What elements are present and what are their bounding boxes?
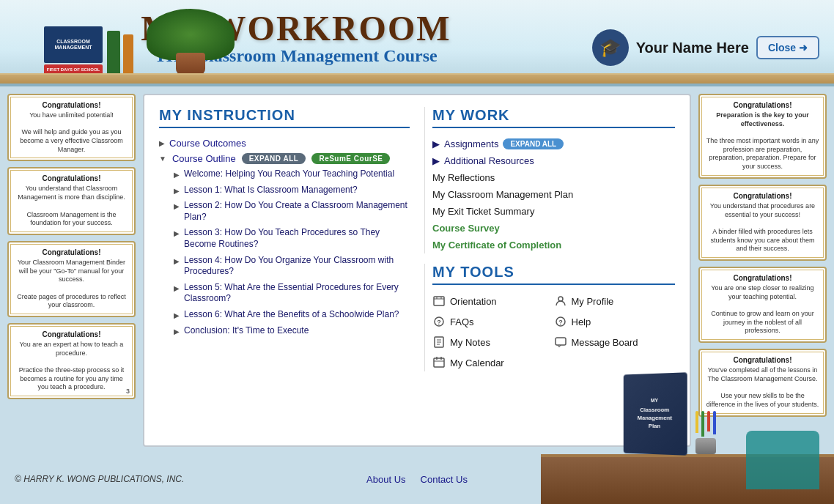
arrow-icon: ▶: [174, 229, 180, 238]
footer-links: About Us Contact Us: [366, 474, 468, 485]
chevron-icon: ▶: [432, 138, 440, 149]
course-outcomes-item[interactable]: ▶ Course Outcomes: [159, 136, 410, 151]
right-congrats-card-2: Congratulations! You understand that pro…: [698, 185, 827, 261]
right-congrats-card-4: Congratulations! You've completed all of…: [698, 349, 827, 416]
notes-icon: [432, 336, 446, 349]
main-content: Congratulations! You have unlimited pote…: [0, 86, 834, 454]
close-button[interactable]: Close ➜: [756, 36, 819, 59]
left-sidebar: Congratulations! You have unlimited pote…: [7, 94, 136, 447]
outline-item-conclusion[interactable]: ▶ Conclusion: It's Time to Execute: [174, 323, 410, 339]
copyright: © HARRY K. WONG PUBLICATIONS, INC.: [15, 474, 184, 484]
my-profile-tool[interactable]: My Profile: [554, 292, 676, 310]
arrow-icon: ▶: [174, 170, 180, 179]
user-area: 🎓 Your Name Here Close ➜: [592, 29, 819, 66]
right-sidebar: Congratulations! Preparation is the key …: [698, 94, 827, 447]
svg-rect-13: [556, 338, 566, 345]
chevron-icon: ▶: [432, 155, 440, 166]
arrow-icon: ▶: [174, 256, 180, 266]
arrow-icon: ▶: [174, 186, 180, 196]
instruction-section: MY INSTRUCTION ▶ Course Outcomes ▼ Cours…: [159, 107, 410, 434]
course-survey-item[interactable]: Course Survey: [432, 220, 675, 237]
books-decoration: CLASSROOMMANAGEMENT FIRST DAYS OF SCHOOL: [44, 26, 133, 75]
orientation-tool[interactable]: Orientation: [432, 292, 554, 310]
header: CLASSROOMMANAGEMENT FIRST DAYS OF SCHOOL…: [0, 0, 834, 86]
arrow-icon: ▶: [174, 327, 180, 336]
reflections-item[interactable]: My Reflections: [432, 169, 675, 186]
message-board-tool[interactable]: Message Board: [554, 333, 676, 351]
outline-item-lesson2[interactable]: ▶ Lesson 2: How Do You Create a Classroo…: [174, 198, 410, 225]
tools-title: MY TOOLS: [432, 264, 675, 285]
tools-grid: Orientation My Profile ? FAQs: [432, 292, 675, 371]
profile-icon: [554, 294, 567, 308]
avatar: 🎓: [592, 29, 629, 66]
shelf-decoration: [0, 73, 834, 84]
orientation-icon: [432, 294, 446, 308]
help-icon: ?: [554, 315, 567, 328]
svg-rect-0: [434, 297, 444, 305]
right-congrats-card-1: Congratulations! Preparation is the key …: [698, 94, 827, 179]
work-title: MY WORK: [432, 107, 675, 128]
outline-item-lesson6[interactable]: ▶ Lesson 6: What Are the Benefits of a S…: [174, 307, 410, 323]
plant-decoration: [147, 9, 235, 75]
expand-all-assignments-button[interactable]: EXPAND ALL: [503, 138, 564, 149]
mgmt-plan-item[interactable]: My Classroom Management Plan: [432, 186, 675, 203]
certificate-item[interactable]: My Certificate of Completion: [432, 237, 675, 253]
svg-rect-14: [434, 358, 444, 367]
congrats-card-2: Congratulations! You understand that Cla…: [7, 167, 136, 234]
instruction-title: MY INSTRUCTION: [159, 107, 410, 128]
user-name: Your Name Here: [636, 40, 749, 56]
about-link[interactable]: About Us: [366, 474, 405, 485]
chevron-down-icon: ▼: [159, 155, 166, 163]
close-arrow-icon: ➜: [799, 42, 808, 53]
chevron-icon: ▶: [159, 139, 165, 147]
calendar-tool[interactable]: My Calendar: [432, 354, 554, 371]
footer: © HARRY K. WONG PUBLICATIONS, INC. About…: [0, 454, 834, 504]
outline-item-lesson5[interactable]: ▶ Lesson 5: What Are the Essential Proce…: [174, 280, 410, 307]
chair-decoration: [746, 431, 819, 489]
right-congrats-card-3: Congratulations! You are one step closer…: [698, 267, 827, 343]
expand-all-button[interactable]: EXPAND ALL: [242, 153, 306, 164]
arrow-icon: ▶: [174, 201, 180, 211]
svg-text:?: ?: [558, 319, 563, 326]
congrats-card-1: Congratulations! You have unlimited pote…: [7, 94, 136, 161]
arrow-icon: ▶: [174, 284, 180, 293]
svg-text:?: ?: [437, 319, 441, 326]
pencil-cup-decoration: [695, 411, 717, 454]
outline-item-lesson1[interactable]: ▶ Lesson 1: What Is Classroom Management…: [174, 182, 410, 199]
additional-resources-item[interactable]: ▶ Additional Resources: [432, 152, 675, 169]
tools-section: MY TOOLS Orientation My Profile: [424, 264, 675, 371]
message-icon: [554, 336, 567, 349]
congrats-card-4: Congratulations! You are an expert at ho…: [7, 323, 136, 399]
faqs-icon: ?: [432, 315, 446, 328]
work-section: MY WORK ▶ Assignments EXPAND ALL ▶ Addit…: [424, 107, 675, 253]
calendar-icon: [432, 356, 446, 369]
book-on-desk: MY Classroom Management Plan: [624, 372, 687, 455]
outline-item-welcome[interactable]: ▶ Welcome: Helping You Reach Your Teachi…: [174, 166, 410, 182]
contact-link[interactable]: Contact Us: [421, 474, 468, 485]
help-tool[interactable]: ? Help: [554, 313, 676, 330]
svg-point-4: [558, 297, 563, 301]
center-panel: MY INSTRUCTION ▶ Course Outcomes ▼ Cours…: [143, 94, 691, 447]
outline-item-lesson4[interactable]: ▶ Lesson 4: How Do You Organize Your Cla…: [174, 253, 410, 280]
faqs-tool[interactable]: ? FAQs: [432, 313, 554, 330]
congrats-card-3: Congratulations! Your Classroom Manageme…: [7, 241, 136, 317]
exit-ticket-item[interactable]: My Exit Ticket Summary: [432, 203, 675, 220]
notes-tool[interactable]: My Notes: [432, 333, 554, 351]
course-outline-row: ▼ Course Outline EXPAND ALL ReSumE CourS…: [159, 151, 410, 166]
outline-item-lesson3[interactable]: ▶ Lesson 3: How Do You Teach Procedures …: [174, 225, 410, 252]
resume-course-button[interactable]: ReSumE CourSE: [311, 153, 390, 164]
arrow-icon: ▶: [174, 311, 180, 320]
course-outline-items: ▶ Welcome: Helping You Reach Your Teachi…: [174, 166, 410, 338]
assignments-item[interactable]: ▶ Assignments EXPAND ALL: [432, 136, 675, 152]
